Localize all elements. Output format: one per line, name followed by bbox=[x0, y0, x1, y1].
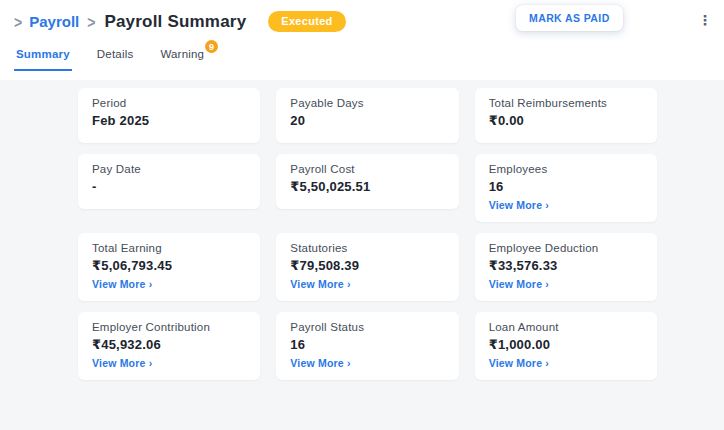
view-more-link[interactable]: View More › bbox=[489, 279, 643, 290]
view-more-link[interactable]: View More › bbox=[92, 358, 246, 369]
card-value: Feb 2025 bbox=[92, 113, 246, 128]
card-label: Employer Contribution bbox=[92, 321, 246, 334]
chevron-right-icon: > bbox=[87, 12, 95, 30]
card-total-earning: Total Earning ₹5,06,793.45View More › bbox=[78, 233, 260, 301]
card-loan-amount: Loan Amount ₹1,000.00View More › bbox=[475, 312, 657, 380]
page-header: > Payroll > Payroll Summary Executed MAR… bbox=[0, 0, 724, 80]
kebab-menu-icon[interactable]: ⋮ bbox=[696, 9, 714, 31]
warning-count-badge: 9 bbox=[205, 40, 218, 53]
card-payroll-status: Payroll Status 16View More › bbox=[276, 312, 458, 380]
mark-as-paid-button[interactable]: MARK AS PAID bbox=[516, 5, 623, 31]
card-value: 20 bbox=[290, 113, 444, 128]
chevron-right-icon: > bbox=[14, 12, 22, 30]
breadcrumb-payroll-link[interactable]: Payroll bbox=[29, 13, 79, 30]
card-period: Period Feb 2025 bbox=[78, 88, 260, 143]
card-label: Period bbox=[92, 97, 246, 110]
card-value: 16 bbox=[290, 337, 444, 352]
card-label: Loan Amount bbox=[489, 321, 643, 334]
card-pay-date: Pay Date - bbox=[78, 154, 260, 209]
card-value: ₹45,932.06 bbox=[92, 337, 246, 352]
view-more-link[interactable]: View More › bbox=[489, 200, 643, 211]
tab-warning[interactable]: Warning9 bbox=[158, 46, 216, 71]
view-more-link[interactable]: View More › bbox=[290, 279, 444, 290]
card-value: ₹79,508.39 bbox=[290, 258, 444, 273]
stat-card-grid: Period Feb 2025 Payable Days 20 Total Re… bbox=[78, 88, 657, 380]
card-employees: Employees 16View More › bbox=[475, 154, 657, 222]
card-label: Employee Deduction bbox=[489, 242, 643, 255]
card-value: ₹0.00 bbox=[489, 113, 643, 128]
card-label: Statutories bbox=[290, 242, 444, 255]
card-total-reimbursements: Total Reimbursements ₹0.00 bbox=[475, 88, 657, 143]
tab-warning-label: Warning bbox=[160, 48, 204, 60]
card-label: Payroll Cost bbox=[290, 163, 444, 176]
card-value: ₹1,000.00 bbox=[489, 337, 643, 352]
card-payroll-cost: Payroll Cost ₹5,50,025.51 bbox=[276, 154, 458, 209]
view-more-link[interactable]: View More › bbox=[290, 358, 444, 369]
card-label: Employees bbox=[489, 163, 643, 176]
payroll-summary-page: > Payroll > Payroll Summary Executed MAR… bbox=[0, 0, 724, 430]
tab-details[interactable]: Details bbox=[95, 46, 136, 71]
card-value: ₹33,576.33 bbox=[489, 258, 643, 273]
summary-content: Period Feb 2025 Payable Days 20 Total Re… bbox=[0, 80, 724, 430]
breadcrumb: > Payroll > Payroll Summary Executed bbox=[14, 11, 346, 32]
card-value: ₹5,50,025.51 bbox=[290, 179, 444, 194]
card-value: ₹5,06,793.45 bbox=[92, 258, 246, 273]
view-more-link[interactable]: View More › bbox=[92, 279, 246, 290]
card-value: 16 bbox=[489, 179, 643, 194]
card-label: Payroll Status bbox=[290, 321, 444, 334]
tab-summary[interactable]: Summary bbox=[14, 46, 72, 71]
card-employee-deduction: Employee Deduction ₹33,576.33View More › bbox=[475, 233, 657, 301]
card-value: - bbox=[92, 179, 246, 194]
card-label: Payable Days bbox=[290, 97, 444, 110]
card-employer-contribution: Employer Contribution ₹45,932.06View Mor… bbox=[78, 312, 260, 380]
card-statutories: Statutories ₹79,508.39View More › bbox=[276, 233, 458, 301]
view-more-link[interactable]: View More › bbox=[489, 358, 643, 369]
tab-bar: Summary Details Warning9 bbox=[14, 46, 216, 71]
card-label: Pay Date bbox=[92, 163, 246, 176]
card-label: Total Earning bbox=[92, 242, 246, 255]
page-title: Payroll Summary bbox=[104, 12, 246, 32]
card-label: Total Reimbursements bbox=[489, 97, 643, 110]
status-badge: Executed bbox=[268, 11, 345, 32]
card-payable-days: Payable Days 20 bbox=[276, 88, 458, 143]
